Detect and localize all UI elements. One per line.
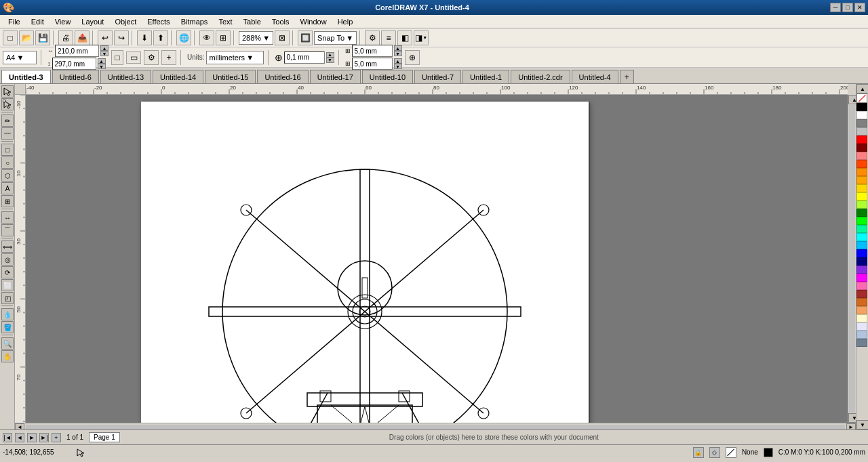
tab-untitled13[interactable]: Untitled-13 [100, 70, 151, 83]
scroll-left-button[interactable]: ◄ [15, 423, 24, 430]
nudge-input[interactable]: 0,1 mm [284, 51, 325, 64]
table-tool[interactable]: ⊞ [1, 195, 14, 207]
page-options-btn[interactable]: ⚙ [144, 50, 159, 65]
last-page-btn[interactable]: ►| [39, 433, 49, 442]
artistic-media-tool[interactable]: 〰 [1, 127, 14, 140]
tab-untitled6[interactable]: Untitled-6 [52, 70, 99, 83]
ellipse-tool[interactable]: ○ [1, 156, 14, 169]
dropper-tool[interactable]: 💧 [1, 308, 14, 320]
text-tool[interactable]: A [1, 182, 14, 194]
pan-tool[interactable]: ✋ [1, 350, 14, 362]
color-medspringgreen[interactable] [856, 225, 867, 233]
view-options2[interactable]: ◨▼ [414, 30, 429, 45]
corel-connect[interactable]: 🌐 [176, 30, 191, 45]
scroll-thumb-h[interactable] [26, 425, 845, 430]
nudge-down[interactable]: ▼ [326, 58, 334, 63]
transform-tool[interactable]: ⟳ [1, 266, 14, 278]
export-button[interactable]: ⬆ [153, 30, 168, 45]
import-button[interactable]: ⬇ [137, 30, 152, 45]
paper-size-dropdown[interactable]: A4 ▼ [3, 51, 37, 64]
units-dropdown[interactable]: millimeters ▼ [206, 51, 264, 64]
color-greenyellow[interactable] [856, 201, 867, 209]
align-btn[interactable]: ≡ [381, 30, 396, 45]
color-magenta[interactable] [856, 274, 867, 282]
envelope-tool[interactable]: ⬜ [1, 279, 14, 291]
scroll-right-button[interactable]: ► [846, 423, 856, 430]
scroll-up-button[interactable]: ▲ [848, 95, 856, 104]
blend-tool[interactable]: ⟺ [1, 240, 14, 253]
scroll-down-button[interactable]: ▼ [848, 413, 856, 423]
window-controls[interactable]: ─ □ ✕ [830, 3, 865, 12]
color-cyan[interactable] [856, 233, 867, 241]
tab-untitled1[interactable]: Untitled-1 [462, 70, 509, 83]
subselect-tool[interactable] [1, 98, 14, 110]
horizontal-scrollbar[interactable]: ◄ ► [15, 423, 856, 429]
height-up[interactable]: ▲ [98, 58, 106, 64]
dup2-up[interactable]: ▲ [394, 58, 402, 64]
color-white[interactable] [856, 111, 867, 119]
snap-options[interactable]: 🔲 [298, 30, 313, 45]
no-color-swatch[interactable] [856, 93, 867, 103]
color-yellow[interactable] [856, 192, 867, 201]
menu-window[interactable]: Window [295, 16, 332, 27]
height-down[interactable]: ▼ [98, 64, 106, 69]
color-lime[interactable] [856, 217, 867, 225]
first-page-btn[interactable]: |◄ [3, 433, 12, 442]
parallel-dim-tool[interactable]: ↔ [1, 211, 14, 224]
tab-untitled3[interactable]: Untitled-3 [1, 70, 51, 83]
dup1-input[interactable]: 5,0 mm [352, 45, 393, 57]
undo-button[interactable]: ↩ [98, 30, 113, 45]
color-blue[interactable] [856, 249, 867, 257]
view-options[interactable]: 👁 [199, 30, 214, 45]
portrait-btn[interactable]: □ [111, 50, 123, 65]
fill-tool[interactable]: 🪣 [1, 321, 14, 333]
redo-button[interactable]: ↪ [114, 30, 129, 45]
next-page-btn[interactable]: ► [27, 433, 37, 442]
dup2-input[interactable]: 5,0 mm [352, 58, 393, 70]
tab-untitled15[interactable]: Untitled-15 [205, 70, 256, 83]
add-page-btn[interactable]: + [161, 50, 176, 65]
color-darkorange[interactable] [856, 168, 867, 176]
color-orange[interactable] [856, 176, 867, 184]
freehand-tool[interactable]: ✏ [1, 114, 14, 127]
color-orangered[interactable] [856, 160, 867, 168]
page-name[interactable]: Page 1 [89, 432, 120, 442]
color-gray1[interactable] [856, 119, 867, 127]
width-down[interactable]: ▼ [100, 51, 108, 56]
maximize-button[interactable]: □ [842, 3, 853, 12]
color-deepskyblue[interactable] [856, 241, 867, 249]
save-button[interactable]: 💾 [35, 30, 50, 45]
dup2-down[interactable]: ▼ [394, 64, 402, 69]
color-gold[interactable] [856, 184, 867, 192]
menu-bitmaps[interactable]: Bitmaps [176, 16, 214, 27]
color-black[interactable] [856, 103, 867, 111]
tab-untitled2cdr[interactable]: Untitled-2.cdr [511, 70, 570, 83]
tab-untitled4[interactable]: Untitled-4 [572, 70, 618, 83]
color-red[interactable] [856, 135, 867, 144]
menu-object[interactable]: Object [109, 16, 142, 27]
snap-dropdown[interactable]: Snap To ▼ [314, 31, 357, 45]
add-page-nav-btn[interactable]: + [52, 433, 61, 442]
menu-text[interactable]: Text [213, 16, 237, 27]
new-tab-button[interactable]: + [620, 70, 634, 83]
tab-untitled7[interactable]: Untitled-7 [414, 70, 461, 83]
new-button[interactable]: □ [3, 30, 18, 45]
color-blueviolet[interactable] [856, 266, 867, 274]
color-brown[interactable] [856, 290, 867, 298]
open-button[interactable]: 📂 [19, 30, 34, 45]
zoom-tool[interactable]: 🔍 [1, 337, 14, 350]
minimize-button[interactable]: ─ [830, 3, 841, 12]
publish-button[interactable]: 📤 [75, 30, 90, 45]
menu-effects[interactable]: Effects [142, 16, 175, 27]
rectangle-tool[interactable]: □ [1, 144, 14, 156]
tab-untitled16[interactable]: Untitled-16 [257, 70, 308, 83]
menu-edit[interactable]: Edit [26, 16, 50, 27]
color-sandybrown[interactable] [856, 306, 867, 314]
color-navy[interactable] [856, 257, 867, 266]
connector-tool[interactable]: ⌒ [1, 224, 14, 236]
menu-help[interactable]: Help [332, 16, 359, 27]
color-lemonchiffon[interactable] [856, 314, 867, 322]
width-input[interactable]: 210,0 mm [55, 45, 99, 57]
canvas-area[interactable] [26, 95, 848, 423]
dup1-up[interactable]: ▲ [394, 45, 402, 51]
